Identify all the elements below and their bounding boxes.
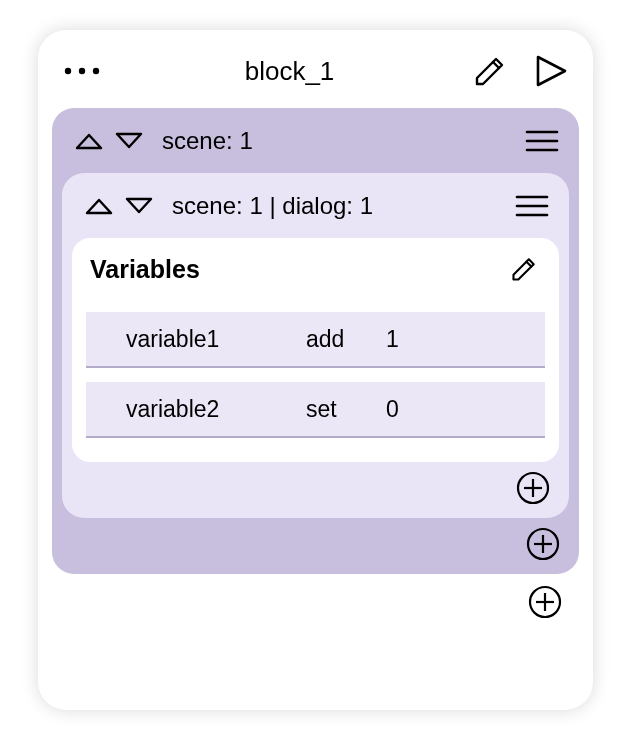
dialog-block: scene: 1 | dialog: 1 Variables: [62, 173, 569, 518]
block-card: block_1 scene: 1: [38, 30, 593, 710]
variable-value: 1: [376, 326, 531, 353]
dialog-add-row: [72, 462, 559, 506]
block-add-row: [52, 574, 579, 620]
variables-panel: Variables variable1 add 1 variable2: [72, 238, 559, 462]
svg-point-2: [93, 68, 99, 74]
block-title: block_1: [110, 56, 469, 87]
svg-point-0: [65, 68, 71, 74]
dialog-sort-controls: [84, 195, 154, 217]
add-scene-item-icon[interactable]: [525, 526, 561, 562]
svg-point-1: [79, 68, 85, 74]
dialog-menu-icon[interactable]: [515, 193, 549, 219]
dialog-header: scene: 1 | dialog: 1: [72, 180, 559, 232]
dialog-label: scene: 1 | dialog: 1: [172, 192, 515, 220]
variable-operation: set: [306, 396, 376, 423]
variable-name: variable2: [126, 396, 306, 423]
scene-menu-icon[interactable]: [525, 128, 559, 154]
move-down-icon[interactable]: [124, 195, 154, 217]
header-actions: [469, 50, 571, 92]
variable-name: variable1: [126, 326, 306, 353]
edit-icon[interactable]: [469, 50, 511, 92]
scene-sort-controls: [74, 130, 144, 152]
scene-header: scene: 1: [62, 115, 569, 167]
variable-row[interactable]: variable1 add 1: [86, 312, 545, 368]
variable-value: 0: [376, 396, 531, 423]
variables-header: Variables: [86, 252, 545, 298]
edit-variables-icon[interactable]: [507, 252, 541, 286]
variable-row[interactable]: variable2 set 0: [86, 382, 545, 438]
add-block-item-icon[interactable]: [527, 584, 563, 620]
move-up-icon[interactable]: [74, 130, 104, 152]
scene-label: scene: 1: [162, 127, 525, 155]
scene-block: scene: 1 scene: 1 | dialog: 1 Variab: [52, 108, 579, 574]
play-icon[interactable]: [529, 50, 571, 92]
move-up-icon[interactable]: [84, 195, 114, 217]
block-header: block_1: [52, 48, 579, 104]
variable-operation: add: [306, 326, 376, 353]
add-dialog-item-icon[interactable]: [515, 470, 551, 506]
variables-title: Variables: [90, 255, 200, 284]
move-down-icon[interactable]: [114, 130, 144, 152]
more-menu-icon[interactable]: [60, 65, 110, 77]
scene-add-row: [62, 518, 569, 562]
